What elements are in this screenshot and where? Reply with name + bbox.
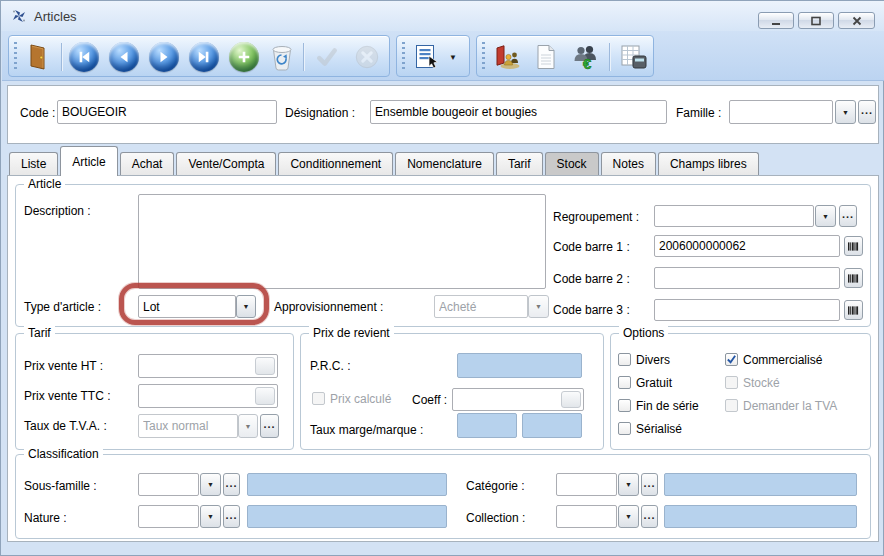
option-commercialise[interactable]: Commercialisé (725, 352, 837, 367)
code-barre-2-button[interactable] (844, 268, 863, 288)
prix-vente-ttc-calc-button[interactable] (255, 387, 275, 405)
toolbar-grip[interactable] (14, 42, 17, 72)
barcode-icon (847, 305, 860, 316)
sous-famille-input[interactable] (138, 473, 199, 496)
checkbox-icon[interactable] (618, 399, 631, 412)
option-stocke[interactable]: Stocké (725, 375, 837, 390)
taux-tva-browse-button[interactable]: ... (260, 414, 279, 438)
prix-vente-ttc-label: Prix vente TTC : (24, 389, 110, 403)
code-barre-1-input[interactable] (654, 235, 840, 257)
option-label: Fin de série (636, 399, 699, 413)
code-barre-1-label: Code barre 1 : (553, 240, 630, 254)
approvisionnement-dropdown-button[interactable]: ▼ (528, 295, 549, 318)
suppliers-euro-button[interactable]: € (565, 41, 605, 73)
view-selector-dropdown[interactable]: ▼ (445, 41, 461, 73)
option-demander-la-tva[interactable]: Demander la TVA (725, 398, 837, 413)
save-record-button[interactable] (309, 41, 345, 73)
chevron-down-icon: ▼ (207, 513, 214, 520)
regroupement-browse-button[interactable]: ... (839, 205, 857, 227)
checkbox-icon[interactable] (618, 422, 631, 435)
type-article-combo[interactable]: Lot (138, 295, 236, 318)
checkbox-icon[interactable] (725, 376, 738, 389)
code-barre-3-input[interactable] (654, 299, 840, 321)
regroupement-input[interactable] (654, 205, 814, 227)
nature-input[interactable] (138, 505, 199, 528)
next-record-button[interactable] (147, 41, 181, 73)
tab-nomenclature[interactable]: Nomenclature (395, 152, 494, 175)
code-barre-1-button[interactable] (844, 236, 863, 256)
code-barre-2-input[interactable] (654, 267, 840, 289)
title-bar: Articles (1, 1, 884, 31)
famille-label: Famille : (676, 106, 721, 120)
exit-button[interactable] (21, 41, 55, 73)
cancel-record-button[interactable] (349, 41, 385, 73)
toolbar-grip[interactable] (482, 42, 485, 72)
type-article-dropdown-button[interactable]: ▼ (236, 295, 256, 318)
categorie-browse-button[interactable]: ... (641, 473, 658, 496)
checkbox-icon[interactable] (725, 399, 738, 412)
categorie-dropdown-button[interactable]: ▼ (618, 473, 639, 496)
view-list-icon (414, 44, 440, 70)
close-button[interactable] (838, 12, 875, 29)
toolbar-group-related: € (476, 35, 654, 77)
prix-vente-ht-input[interactable] (138, 354, 278, 378)
checkbox-icon[interactable] (618, 353, 631, 366)
coeff-calc-button[interactable] (561, 391, 581, 408)
export-table-button[interactable] (615, 41, 653, 73)
barcode-icon (847, 273, 860, 284)
minimize-button[interactable] (758, 12, 794, 29)
famille-input[interactable] (729, 100, 833, 124)
prix-vente-ht-calc-button[interactable] (255, 357, 275, 375)
tab-article[interactable]: Article (60, 146, 117, 176)
collection-field (664, 505, 857, 528)
maximize-button[interactable] (798, 12, 834, 29)
tab-champs-libres[interactable]: Champs libres (658, 152, 759, 175)
option-serialise[interactable]: Sérialisé (618, 421, 699, 436)
option-divers[interactable]: Divers (618, 352, 699, 367)
designation-input[interactable] (370, 100, 667, 124)
sous-famille-browse-button[interactable]: ... (223, 473, 240, 496)
tab-stock[interactable]: Stock (545, 152, 599, 175)
taux-tva-combo[interactable]: Taux normal (138, 414, 238, 438)
collection-dropdown-button[interactable]: ▼ (618, 505, 639, 528)
nature-browse-button[interactable]: ... (223, 505, 240, 528)
collection-browse-button[interactable]: ... (641, 505, 658, 528)
approvisionnement-combo[interactable]: Acheté (434, 295, 528, 318)
next-record-icon (149, 42, 179, 72)
code-barre-3-button[interactable] (844, 300, 863, 320)
prix-calcule-checkbox[interactable] (312, 392, 325, 405)
document-button[interactable] (529, 41, 563, 73)
tab-vente-compta[interactable]: Vente/Compta (176, 152, 276, 175)
prix-vente-ttc-input[interactable] (138, 384, 278, 408)
categorie-input[interactable] (556, 473, 617, 496)
toolbar-grip[interactable] (402, 42, 405, 72)
sous-famille-dropdown-button[interactable]: ▼ (200, 473, 221, 496)
previous-record-button[interactable] (107, 41, 141, 73)
first-record-button[interactable] (67, 41, 101, 73)
delete-record-button[interactable] (265, 41, 299, 73)
taux-tva-dropdown-button[interactable]: ▼ (238, 414, 258, 438)
clients-button[interactable] (489, 41, 527, 73)
code-input[interactable] (57, 100, 277, 124)
tab-notes[interactable]: Notes (601, 152, 656, 175)
regroupement-dropdown-button[interactable]: ▼ (815, 205, 836, 227)
famille-dropdown-button[interactable]: ▼ (835, 100, 856, 124)
description-textarea[interactable] (138, 194, 546, 289)
option-fin-de-serie[interactable]: Fin de série (618, 398, 699, 413)
coeff-input[interactable] (452, 388, 584, 411)
view-selector-button[interactable] (409, 41, 445, 73)
collection-input[interactable] (556, 505, 617, 528)
checkbox-icon[interactable] (725, 353, 738, 366)
tab-strip: ListeArticleAchatVente/ComptaConditionne… (7, 146, 879, 176)
famille-browse-button[interactable]: ... (858, 100, 876, 124)
tab-tarif[interactable]: Tarif (496, 152, 543, 175)
tab-achat[interactable]: Achat (120, 152, 175, 175)
tab-liste[interactable]: Liste (9, 152, 58, 175)
checkbox-icon[interactable] (618, 376, 631, 389)
tab-conditionnement[interactable]: Conditionnement (278, 152, 393, 175)
trash-icon (269, 43, 295, 71)
last-record-button[interactable] (187, 41, 221, 73)
nature-dropdown-button[interactable]: ▼ (200, 505, 221, 528)
option-gratuit[interactable]: Gratuit (618, 375, 699, 390)
add-record-button[interactable] (227, 41, 261, 73)
